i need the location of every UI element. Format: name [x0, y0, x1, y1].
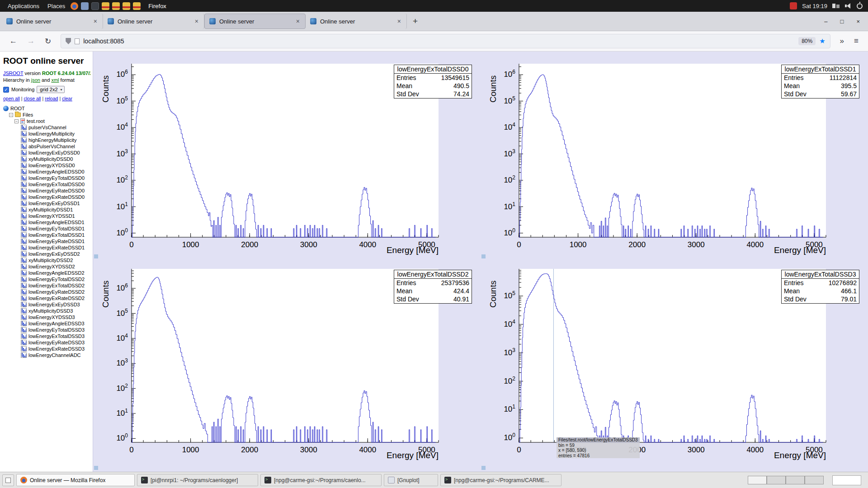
- xml-link[interactable]: xml: [51, 77, 59, 83]
- tree-item-lowEnergyEyTotalDSSD3[interactable]: lowEnergyEyTotalDSSD3: [3, 327, 90, 333]
- jsroot-link[interactable]: JSROOT: [3, 70, 23, 76]
- pad-resize-handle[interactable]: [481, 466, 486, 470]
- tree-item-absPulserVsChannel[interactable]: absPulserVsChannel: [3, 143, 90, 150]
- tree-item-lowEnergyXYDSSD3[interactable]: lowEnergyXYDSSD3: [3, 314, 90, 320]
- tree-item-lowEnergyXYDSSD1[interactable]: lowEnergyXYDSSD1: [3, 213, 90, 219]
- hamburger-menu-icon[interactable]: ≡: [849, 37, 863, 46]
- layout-select[interactable]: grid 2x2 ▾: [37, 86, 64, 93]
- tree-item-lowEnergyAngleEDSSD3[interactable]: lowEnergyAngleEDSSD3: [3, 320, 90, 327]
- tree-item-lowEnergyMultiplicity[interactable]: lowEnergyMultiplicity: [3, 131, 90, 137]
- places-menu[interactable]: Places: [43, 3, 69, 9]
- minimize-button[interactable]: –: [824, 18, 827, 25]
- updates-notifier-icon[interactable]: [790, 2, 797, 9]
- app-launcher-icon[interactable]: [123, 2, 130, 10]
- tree-item-lowEnergyExEyDSSD3[interactable]: lowEnergyExEyDSSD3: [3, 301, 90, 308]
- back-button[interactable]: ←: [5, 37, 22, 46]
- tree-item-lowEnergyXYDSSD2[interactable]: lowEnergyXYDSSD2: [3, 263, 90, 270]
- tab-close-icon[interactable]: ×: [93, 18, 98, 25]
- tree-item-lowEnergyExTotalDSSD1[interactable]: lowEnergyExTotalDSSD1: [3, 232, 90, 238]
- workspace-cell[interactable]: [748, 476, 767, 484]
- monitoring-checkbox[interactable]: ✓: [3, 87, 9, 93]
- browser-tab[interactable]: Online server ×: [103, 14, 204, 29]
- tab-close-icon[interactable]: ×: [194, 18, 199, 25]
- maximize-button[interactable]: □: [840, 18, 844, 25]
- new-tab-button[interactable]: +: [407, 16, 424, 26]
- tree-item-lowEnergyExRateDSSD2[interactable]: lowEnergyExRateDSSD2: [3, 295, 90, 301]
- show-desktop-button[interactable]: [2, 474, 14, 486]
- tracking-shield-icon[interactable]: [66, 38, 71, 44]
- taskbar-window-button[interactable]: Online server — Mozilla Firefox: [16, 474, 135, 486]
- tree-item-lowEnergyExTotalDSSD2[interactable]: lowEnergyExTotalDSSD2: [3, 282, 90, 289]
- reload-button[interactable]: ↻: [40, 37, 56, 46]
- pad-resize-handle[interactable]: [94, 254, 98, 258]
- pad-resize-handle[interactable]: [94, 466, 98, 470]
- tree-item-lowEnergyXYDSSD0[interactable]: lowEnergyXYDSSD0: [3, 162, 90, 169]
- tree-item-lowEnergyEyRateDSSD1[interactable]: lowEnergyEyRateDSSD1: [3, 238, 90, 244]
- workspace-cell[interactable]: [767, 476, 786, 484]
- tree-item-xyMultiplicityDSSD3[interactable]: xyMultiplicityDSSD3: [3, 308, 90, 314]
- stats-box[interactable]: lowEnergyExTotalDSSD1Entries11122814Mean…: [781, 65, 859, 99]
- tree-item-lowEnergyAngleEDSSD0[interactable]: lowEnergyAngleEDSSD0: [3, 169, 90, 175]
- plot-pad-dssd2[interactable]: 0100020003000400050001001011021031041051…: [93, 257, 481, 462]
- tree-item-lowEnergyExEyDSSD1[interactable]: lowEnergyExEyDSSD1: [3, 200, 90, 206]
- tree-item-lowEnergyEyRateDSSD2[interactable]: lowEnergyEyRateDSSD2: [3, 289, 90, 295]
- url-text[interactable]: localhost:8085: [83, 38, 795, 45]
- tree-item-lowEnergyExRateDSSD0[interactable]: lowEnergyExRateDSSD0: [3, 194, 90, 200]
- app-launcher-icon[interactable]: [91, 2, 99, 10]
- tree-item-xyMultiplicityDSSD0[interactable]: xyMultiplicityDSSD0: [3, 156, 90, 162]
- power-icon[interactable]: [857, 3, 863, 9]
- stats-box[interactable]: lowEnergyExTotalDSSD2Entries25379536Mean…: [394, 270, 472, 304]
- clock[interactable]: Sat 19:19: [802, 3, 827, 9]
- tree-item-lowEnergyExTotalDSSD3[interactable]: lowEnergyExTotalDSSD3: [3, 333, 90, 339]
- browser-tab[interactable]: Online server ×: [2, 14, 103, 29]
- tree-item-lowEnergyEyTotalDSSD0[interactable]: lowEnergyEyTotalDSSD0: [3, 175, 90, 181]
- tree-item-xyMultiplicityDSSD2[interactable]: xyMultiplicityDSSD2: [3, 257, 90, 263]
- tree-item-lowEnergyEyTotalDSSD1[interactable]: lowEnergyEyTotalDSSD1: [3, 225, 90, 232]
- json-link[interactable]: json: [31, 77, 40, 83]
- plot-pad-dssd0[interactable]: 0100020003000400050001001011021031041051…: [93, 52, 481, 257]
- volume-icon[interactable]: [845, 3, 852, 9]
- tree-item-lowEnergyExTotalDSSD0[interactable]: lowEnergyExTotalDSSD0: [3, 181, 90, 188]
- collapse-icon[interactable]: −: [9, 113, 13, 117]
- taskbar-window-button[interactable]: [npg@carme-gsi:~/Programs/CARME...: [440, 474, 561, 486]
- tree-item-files[interactable]: − Files: [3, 112, 90, 118]
- tree-item-lowEnergyChannelADC[interactable]: lowEnergyChannelADC: [3, 352, 90, 358]
- pad-resize-handle[interactable]: [481, 254, 486, 258]
- tray[interactable]: [832, 475, 861, 485]
- tree-item-lowEnergyEyRateDSSD3[interactable]: lowEnergyEyRateDSSD3: [3, 339, 90, 346]
- stats-box[interactable]: lowEnergyExTotalDSSD3Entries10276892Mean…: [781, 270, 859, 304]
- plot-pad-dssd1[interactable]: 0100020003000400050001001011021031041051…: [481, 52, 868, 257]
- workspace-cell[interactable]: [786, 476, 805, 484]
- tree-item-test-root[interactable]: − test.root: [3, 118, 90, 124]
- tree-item-xyMultiplicityDSSD1[interactable]: xyMultiplicityDSSD1: [3, 206, 90, 213]
- action-reload[interactable]: reload: [45, 96, 58, 101]
- tree-item-root[interactable]: ROOT: [3, 105, 90, 112]
- close-window-button[interactable]: ×: [856, 18, 860, 25]
- plot-pad-dssd3[interactable]: 010002000300040005000100101102103104105C…: [481, 257, 868, 462]
- tree-item-lowEnergyExRateDSSD1[interactable]: lowEnergyExRateDSSD1: [3, 244, 90, 251]
- forward-button[interactable]: →: [22, 37, 40, 46]
- taskbar-window-button[interactable]: [npg@carme-gsi:~/Programs/caenlo...: [260, 474, 382, 486]
- app-launcher-icon[interactable]: [102, 2, 109, 10]
- tree-item-lowEnergyExEyDSSD2[interactable]: lowEnergyExEyDSSD2: [3, 251, 90, 257]
- page-info-icon[interactable]: [75, 38, 80, 44]
- tree-item-highEnergyMultiplicity[interactable]: highEnergyMultiplicity: [3, 137, 90, 143]
- collapse-icon[interactable]: −: [14, 119, 19, 123]
- app-launcher-icon[interactable]: [81, 2, 89, 10]
- bookmark-star-icon[interactable]: ★: [819, 37, 825, 45]
- firefox-launcher-icon[interactable]: [71, 2, 78, 10]
- overflow-menu-icon[interactable]: »: [835, 37, 849, 46]
- browser-tab[interactable]: Online server ×: [306, 14, 407, 29]
- tree-item-lowEnergyAngleEDSSD2[interactable]: lowEnergyAngleEDSSD2: [3, 270, 90, 276]
- tree-item-lowEnergyEyRateDSSD0[interactable]: lowEnergyEyRateDSSD0: [3, 188, 90, 194]
- taskbar-window-button[interactable]: [Gnuplot]: [384, 474, 438, 486]
- tree-item-pulserVsChannel[interactable]: pulserVsChannel: [3, 124, 90, 131]
- stats-box[interactable]: lowEnergyExTotalDSSD0Entries13549615Mean…: [394, 65, 472, 99]
- url-bar[interactable]: localhost:8085 80% ★: [61, 34, 830, 48]
- app-launcher-icon[interactable]: [133, 2, 141, 10]
- applications-menu[interactable]: Applications: [4, 3, 43, 9]
- action-close-all[interactable]: close all: [24, 96, 41, 101]
- tree-item-lowEnergyExEyDSSD0[interactable]: lowEnergyExEyDSSD0: [3, 150, 90, 156]
- app-launcher-icon[interactable]: [112, 2, 120, 10]
- tab-close-icon[interactable]: ×: [396, 18, 402, 25]
